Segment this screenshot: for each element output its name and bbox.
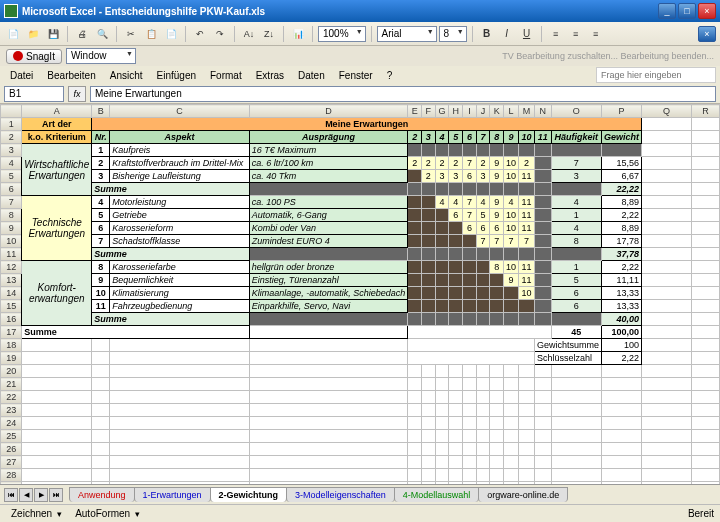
cell[interactable]: 8,89 — [602, 196, 642, 209]
cell[interactable]: 10 — [504, 209, 519, 222]
cell[interactable]: Schlüsselzahl — [534, 352, 601, 365]
cell[interactable]: 6 — [476, 222, 490, 235]
row-header[interactable]: 24 — [1, 417, 22, 430]
cell[interactable]: 1 — [551, 209, 601, 222]
menu-fenster[interactable]: Fenster — [333, 68, 379, 83]
col-header[interactable]: N — [534, 105, 551, 118]
col-header[interactable]: H — [449, 105, 463, 118]
cell[interactable]: hellgrün oder bronze — [249, 261, 408, 274]
cell[interactable]: 13,33 — [602, 287, 642, 300]
cell[interactable]: 9 — [490, 209, 504, 222]
row-header[interactable]: 6 — [1, 183, 22, 196]
cell[interactable]: 11 — [519, 261, 535, 274]
col-header[interactable]: B — [92, 105, 110, 118]
sort-desc-icon[interactable]: Z↓ — [260, 25, 278, 43]
row-header[interactable]: 19 — [1, 352, 22, 365]
tab-anwendung[interactable]: Anwendung — [69, 487, 135, 502]
cell[interactable]: 3 — [422, 131, 436, 144]
cell[interactable]: 5 — [476, 209, 490, 222]
cell[interactable]: 7 — [463, 196, 477, 209]
row-header[interactable]: 21 — [1, 378, 22, 391]
cell-selected[interactable]: Meine Erwartungen — [92, 118, 642, 131]
doc-close-button[interactable]: × — [698, 26, 716, 42]
zoom-select[interactable]: 100% — [318, 26, 366, 42]
row-header[interactable]: 17 — [1, 326, 22, 339]
cell[interactable]: 2 — [449, 157, 463, 170]
cell[interactable]: 11 — [92, 300, 110, 313]
row-header[interactable]: 16 — [1, 313, 22, 326]
row-header[interactable]: 5 — [1, 170, 22, 183]
cell[interactable]: Einparkhilfe, Servo, Navi — [249, 300, 408, 313]
cell[interactable]: 7 — [519, 235, 535, 248]
row-header[interactable]: 29 — [1, 482, 22, 485]
cell[interactable]: 2 — [422, 170, 436, 183]
cell[interactable]: 9 — [92, 274, 110, 287]
cell[interactable]: 6 — [449, 209, 463, 222]
col-header[interactable]: D — [249, 105, 408, 118]
cell[interactable]: 8,89 — [602, 222, 642, 235]
row-header[interactable]: 22 — [1, 391, 22, 404]
cell[interactable]: 7 — [463, 209, 477, 222]
cell[interactable]: 7 — [476, 131, 490, 144]
row-header[interactable]: 7 — [1, 196, 22, 209]
col-header[interactable]: R — [691, 105, 719, 118]
cell[interactable]: 6 — [551, 287, 601, 300]
cell[interactable]: Motorleistung — [110, 196, 250, 209]
row-header[interactable]: 15 — [1, 300, 22, 313]
cell[interactable]: 2 — [408, 157, 422, 170]
tab-last-icon[interactable]: ⏭ — [49, 488, 63, 502]
cell[interactable]: Zumindest EURO 4 — [249, 235, 408, 248]
cell[interactable]: 4 — [435, 196, 449, 209]
row-header[interactable]: 27 — [1, 456, 22, 469]
cell[interactable]: 11,11 — [602, 274, 642, 287]
cell[interactable]: 40,00 — [602, 313, 642, 326]
row-header[interactable]: 28 — [1, 469, 22, 482]
paste-icon[interactable]: 📄 — [162, 25, 180, 43]
cell[interactable]: 7 — [504, 235, 519, 248]
cell[interactable]: 15,56 — [602, 157, 642, 170]
cell[interactable]: 7 — [476, 235, 490, 248]
cell[interactable]: 10 — [504, 157, 519, 170]
row-header[interactable]: 12 — [1, 261, 22, 274]
col-header[interactable]: P — [602, 105, 642, 118]
cell[interactable]: 5 — [551, 274, 601, 287]
cell[interactable]: 8 — [490, 261, 504, 274]
cell[interactable]: 1 — [551, 261, 601, 274]
col-header[interactable]: M — [519, 105, 535, 118]
align-left-icon[interactable]: ≡ — [547, 25, 565, 43]
cell[interactable]: 16 T€ Maximum — [249, 144, 408, 157]
cell[interactable]: Kaufpreis — [110, 144, 250, 157]
cell[interactable]: 22,22 — [602, 183, 642, 196]
cell[interactable]: 37,78 — [602, 248, 642, 261]
cell[interactable]: 2 — [422, 157, 436, 170]
cell[interactable]: Häufigkeit — [551, 131, 601, 144]
cell[interactable]: 6 — [463, 222, 477, 235]
cell[interactable]: ca. 6 ltr/100 km — [249, 157, 408, 170]
menu-bearbeiten[interactable]: Bearbeiten — [41, 68, 101, 83]
row-header[interactable]: 23 — [1, 404, 22, 417]
col-header[interactable]: G — [435, 105, 449, 118]
cell[interactable]: Bequemlichkeit — [110, 274, 250, 287]
tab-modellauswahl[interactable]: 4-Modellauswahl — [394, 487, 480, 502]
cell[interactable]: 4 — [504, 196, 519, 209]
cell[interactable]: 10 — [504, 222, 519, 235]
cell-group[interactable]: WirtschaftlicheErwartungen — [22, 144, 92, 196]
save-icon[interactable]: 💾 — [44, 25, 62, 43]
draw-menu[interactable]: Zeichnen — [6, 506, 57, 521]
cell[interactable]: 4 — [435, 131, 449, 144]
cell[interactable]: Gewichtsumme — [534, 339, 601, 352]
cell[interactable]: 11 — [519, 170, 535, 183]
cell[interactable]: 17,78 — [602, 235, 642, 248]
cell[interactable]: 7 — [490, 235, 504, 248]
font-select[interactable]: Arial — [377, 26, 437, 42]
open-icon[interactable]: 📁 — [24, 25, 42, 43]
cell[interactable]: 100,00 — [602, 326, 642, 339]
row-header[interactable]: 11 — [1, 248, 22, 261]
tab-modelleigenschaften[interactable]: 3-Modelleigenschaften — [286, 487, 395, 502]
col-header[interactable]: J — [476, 105, 490, 118]
cell[interactable]: 13,33 — [602, 300, 642, 313]
align-center-icon[interactable]: ≡ — [567, 25, 585, 43]
worksheet[interactable]: A B C D E F G H I J K L M N O P Q R 1 Ar… — [0, 104, 720, 484]
tab-gewichtung[interactable]: 2-Gewichtung — [210, 487, 288, 502]
row-header[interactable]: 1 — [1, 118, 22, 131]
